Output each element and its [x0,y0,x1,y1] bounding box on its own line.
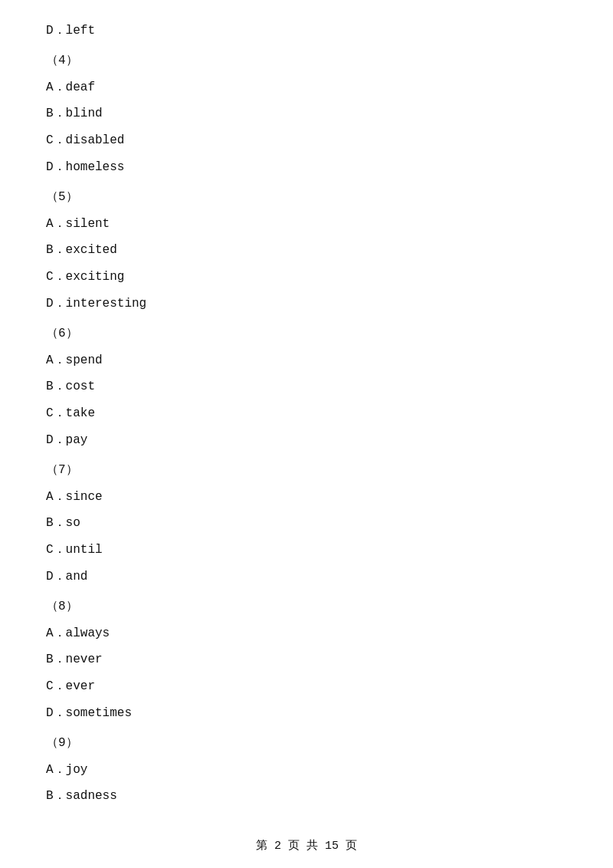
answer-option: B．blind [46,103,567,125]
question-number: （4） [46,50,567,72]
answer-option: C．ever [46,676,567,698]
answer-option: D．and [46,566,567,588]
answer-option: D．interesting [46,293,567,315]
question-number: （7） [46,459,567,482]
question-number: （8） [46,596,567,618]
page-number-text: 第 2 页 共 15 页 [256,840,357,853]
answer-option: D．sometimes [46,702,567,725]
answer-option: A．joy [46,759,567,781]
answer-option: D．homeless [46,156,567,179]
answer-option: A．deaf [46,77,567,99]
answer-option: B．sadness [46,785,567,807]
answer-option: C．until [46,539,567,561]
answer-option: A．since [46,486,567,508]
main-content: D．left（4）A．deafB．blindC．disabledD．homele… [0,0,613,858]
answer-option: B．never [46,649,567,671]
answer-option: A．always [46,623,567,645]
answer-option: C．take [46,403,567,425]
question-number: （5） [46,186,567,209]
answer-option: C．exciting [46,266,567,288]
answer-option: A．silent [46,213,567,235]
answer-option: D．pay [46,429,567,452]
question-number: （9） [46,732,567,755]
answer-option: C．disabled [46,130,567,152]
answer-option: B．cost [46,376,567,398]
answer-option: B．so [46,512,567,534]
answer-option: A．spend [46,350,567,372]
page-footer: 第 2 页 共 15 页 [0,838,613,853]
answer-option: B．excited [46,239,567,261]
answer-option: D．left [46,20,567,42]
question-number: （6） [46,323,567,345]
